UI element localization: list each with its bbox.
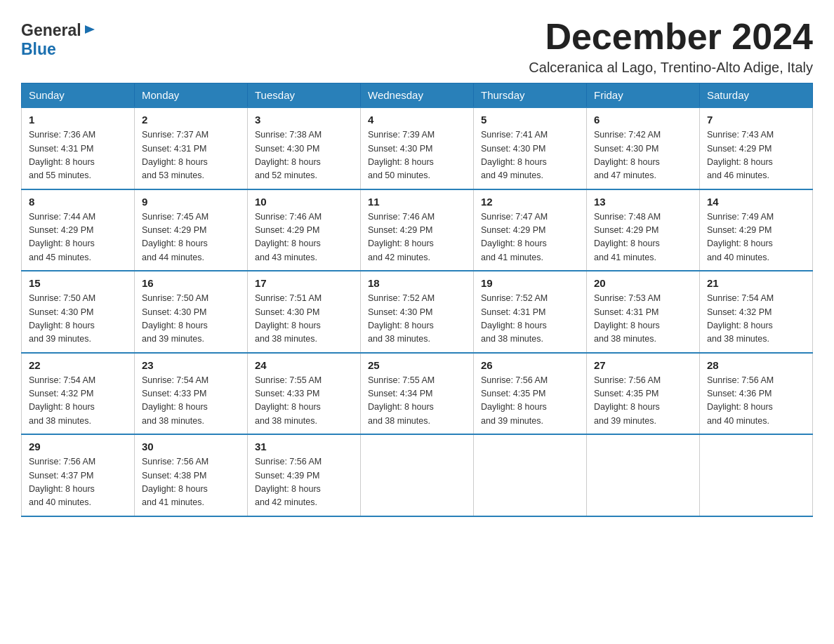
calendar-cell	[587, 434, 700, 516]
header: General Blue December 2024 Calceranica a…	[21, 17, 813, 76]
day-number: 11	[368, 196, 466, 208]
calendar-cell: 25Sunrise: 7:55 AMSunset: 4:34 PMDayligh…	[361, 353, 474, 435]
day-number: 8	[29, 196, 127, 208]
title-area: December 2024 Calceranica al Lago, Trent…	[529, 17, 813, 76]
day-number: 18	[368, 277, 466, 289]
day-info: Sunrise: 7:36 AMSunset: 4:31 PMDaylight:…	[29, 128, 127, 183]
calendar-cell: 31Sunrise: 7:56 AMSunset: 4:39 PMDayligh…	[248, 434, 361, 516]
day-info: Sunrise: 7:48 AMSunset: 4:29 PMDaylight:…	[594, 210, 692, 265]
day-number: 13	[594, 196, 692, 208]
calendar-week-row: 22Sunrise: 7:54 AMSunset: 4:32 PMDayligh…	[22, 353, 813, 435]
calendar-cell: 23Sunrise: 7:54 AMSunset: 4:33 PMDayligh…	[135, 353, 248, 435]
day-info: Sunrise: 7:49 AMSunset: 4:29 PMDaylight:…	[707, 210, 805, 265]
calendar-cell: 22Sunrise: 7:54 AMSunset: 4:32 PMDayligh…	[22, 353, 135, 435]
day-number: 3	[255, 114, 353, 126]
day-info: Sunrise: 7:37 AMSunset: 4:31 PMDaylight:…	[142, 128, 240, 183]
day-number: 24	[255, 359, 353, 371]
day-info: Sunrise: 7:56 AMSunset: 4:38 PMDaylight:…	[142, 455, 240, 510]
calendar-cell: 28Sunrise: 7:56 AMSunset: 4:36 PMDayligh…	[700, 353, 813, 435]
calendar-cell: 3Sunrise: 7:38 AMSunset: 4:30 PMDaylight…	[248, 107, 361, 189]
calendar-cell: 4Sunrise: 7:39 AMSunset: 4:30 PMDaylight…	[361, 107, 474, 189]
calendar-cell	[361, 434, 474, 516]
day-number: 19	[481, 277, 579, 289]
month-title: December 2024	[529, 17, 813, 57]
calendar-cell: 5Sunrise: 7:41 AMSunset: 4:30 PMDaylight…	[474, 107, 587, 189]
day-number: 28	[707, 359, 805, 371]
day-number: 15	[29, 277, 127, 289]
calendar-cell: 10Sunrise: 7:46 AMSunset: 4:29 PMDayligh…	[248, 189, 361, 271]
day-info: Sunrise: 7:44 AMSunset: 4:29 PMDaylight:…	[29, 210, 127, 265]
day-number: 20	[594, 277, 692, 289]
calendar-cell	[700, 434, 813, 516]
day-info: Sunrise: 7:54 AMSunset: 4:32 PMDaylight:…	[707, 292, 805, 347]
day-info: Sunrise: 7:52 AMSunset: 4:31 PMDaylight:…	[481, 292, 579, 347]
day-number: 6	[594, 114, 692, 126]
calendar-cell	[474, 434, 587, 516]
day-info: Sunrise: 7:54 AMSunset: 4:33 PMDaylight:…	[142, 374, 240, 429]
day-number: 29	[29, 441, 127, 452]
day-info: Sunrise: 7:47 AMSunset: 4:29 PMDaylight:…	[481, 210, 579, 265]
day-info: Sunrise: 7:55 AMSunset: 4:34 PMDaylight:…	[368, 374, 466, 429]
day-info: Sunrise: 7:53 AMSunset: 4:31 PMDaylight:…	[594, 292, 692, 347]
calendar-cell: 26Sunrise: 7:56 AMSunset: 4:35 PMDayligh…	[474, 353, 587, 435]
day-info: Sunrise: 7:45 AMSunset: 4:29 PMDaylight:…	[142, 210, 240, 265]
day-number: 5	[481, 114, 579, 126]
day-number: 7	[707, 114, 805, 126]
calendar-week-row: 15Sunrise: 7:50 AMSunset: 4:30 PMDayligh…	[22, 271, 813, 353]
col-header-friday: Friday	[587, 83, 700, 108]
logo-blue-text: Blue	[21, 40, 56, 59]
logo-general-text: General	[21, 21, 81, 40]
day-info: Sunrise: 7:51 AMSunset: 4:30 PMDaylight:…	[255, 292, 353, 347]
calendar-cell: 1Sunrise: 7:36 AMSunset: 4:31 PMDaylight…	[22, 107, 135, 189]
day-info: Sunrise: 7:55 AMSunset: 4:33 PMDaylight:…	[255, 374, 353, 429]
day-number: 4	[368, 114, 466, 126]
calendar-week-row: 1Sunrise: 7:36 AMSunset: 4:31 PMDaylight…	[22, 107, 813, 189]
day-info: Sunrise: 7:39 AMSunset: 4:30 PMDaylight:…	[368, 128, 466, 183]
calendar-week-row: 29Sunrise: 7:56 AMSunset: 4:37 PMDayligh…	[22, 434, 813, 516]
day-info: Sunrise: 7:46 AMSunset: 4:29 PMDaylight:…	[368, 210, 466, 265]
day-info: Sunrise: 7:54 AMSunset: 4:32 PMDaylight:…	[29, 374, 127, 429]
col-header-sunday: Sunday	[22, 83, 135, 108]
day-number: 1	[29, 114, 127, 126]
calendar-cell: 27Sunrise: 7:56 AMSunset: 4:35 PMDayligh…	[587, 353, 700, 435]
day-info: Sunrise: 7:41 AMSunset: 4:30 PMDaylight:…	[481, 128, 579, 183]
calendar-cell: 7Sunrise: 7:43 AMSunset: 4:29 PMDaylight…	[700, 107, 813, 189]
day-number: 26	[481, 359, 579, 371]
calendar-cell: 16Sunrise: 7:50 AMSunset: 4:30 PMDayligh…	[135, 271, 248, 353]
day-number: 17	[255, 277, 353, 289]
col-header-saturday: Saturday	[700, 83, 813, 108]
day-number: 22	[29, 359, 127, 371]
calendar-cell: 6Sunrise: 7:42 AMSunset: 4:30 PMDaylight…	[587, 107, 700, 189]
day-number: 10	[255, 196, 353, 208]
day-number: 30	[142, 441, 240, 452]
calendar-cell: 2Sunrise: 7:37 AMSunset: 4:31 PMDaylight…	[135, 107, 248, 189]
calendar-cell: 19Sunrise: 7:52 AMSunset: 4:31 PMDayligh…	[474, 271, 587, 353]
day-number: 12	[481, 196, 579, 208]
day-number: 14	[707, 196, 805, 208]
day-info: Sunrise: 7:56 AMSunset: 4:37 PMDaylight:…	[29, 455, 127, 510]
day-info: Sunrise: 7:56 AMSunset: 4:35 PMDaylight:…	[594, 374, 692, 429]
day-info: Sunrise: 7:56 AMSunset: 4:36 PMDaylight:…	[707, 374, 805, 429]
calendar-cell: 12Sunrise: 7:47 AMSunset: 4:29 PMDayligh…	[474, 189, 587, 271]
calendar-cell: 9Sunrise: 7:45 AMSunset: 4:29 PMDaylight…	[135, 189, 248, 271]
col-header-tuesday: Tuesday	[248, 83, 361, 108]
day-number: 23	[142, 359, 240, 371]
calendar-cell: 13Sunrise: 7:48 AMSunset: 4:29 PMDayligh…	[587, 189, 700, 271]
day-info: Sunrise: 7:56 AMSunset: 4:35 PMDaylight:…	[481, 374, 579, 429]
day-info: Sunrise: 7:50 AMSunset: 4:30 PMDaylight:…	[142, 292, 240, 347]
calendar-cell: 30Sunrise: 7:56 AMSunset: 4:38 PMDayligh…	[135, 434, 248, 516]
day-number: 25	[368, 359, 466, 371]
calendar-cell: 15Sunrise: 7:50 AMSunset: 4:30 PMDayligh…	[22, 271, 135, 353]
logo: General Blue	[21, 17, 96, 59]
day-info: Sunrise: 7:43 AMSunset: 4:29 PMDaylight:…	[707, 128, 805, 183]
day-number: 21	[707, 277, 805, 289]
calendar-cell: 11Sunrise: 7:46 AMSunset: 4:29 PMDayligh…	[361, 189, 474, 271]
svg-marker-0	[85, 25, 95, 34]
day-number: 27	[594, 359, 692, 371]
calendar-cell: 21Sunrise: 7:54 AMSunset: 4:32 PMDayligh…	[700, 271, 813, 353]
logo-arrow-icon	[84, 23, 96, 39]
day-info: Sunrise: 7:46 AMSunset: 4:29 PMDaylight:…	[255, 210, 353, 265]
day-number: 9	[142, 196, 240, 208]
col-header-wednesday: Wednesday	[361, 83, 474, 108]
day-info: Sunrise: 7:56 AMSunset: 4:39 PMDaylight:…	[255, 455, 353, 510]
